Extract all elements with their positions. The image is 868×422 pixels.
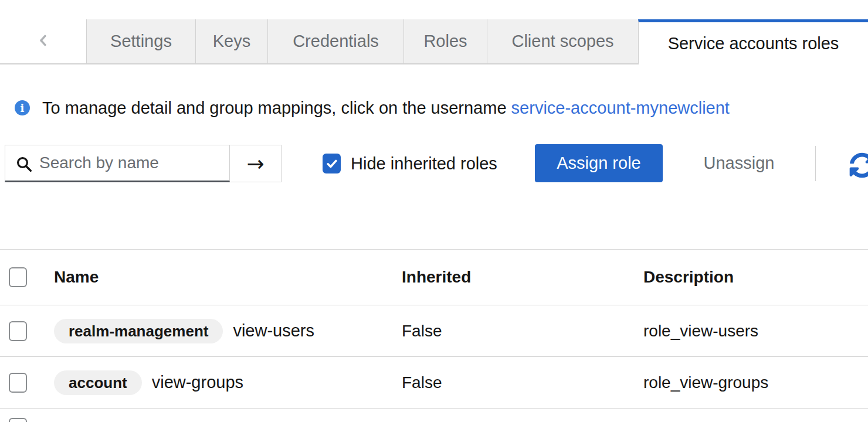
row-checkbox[interactable] <box>9 321 27 341</box>
client-badge: realm-management <box>54 319 223 343</box>
tab-client-scopes[interactable]: Client scopes <box>487 19 638 64</box>
sync-icon <box>849 152 868 178</box>
table-row: realm-management view-users False role_v… <box>0 305 868 357</box>
search-group: → <box>5 145 282 182</box>
tab-service-accounts-roles[interactable]: Service accounts roles <box>638 19 868 64</box>
client-tabs: Settings Keys Credentials Roles Client s… <box>0 19 868 64</box>
tabs-scroll-left-button[interactable] <box>0 19 86 64</box>
info-banner: i To manage detail and group mappings, c… <box>15 98 730 117</box>
table-row-partial <box>0 409 868 422</box>
column-header-name: Name <box>54 268 99 287</box>
table-row: account view-groups False role_view-grou… <box>0 357 868 409</box>
role-name-cell: account view-groups <box>54 370 243 395</box>
row-checkbox[interactable] <box>9 418 27 422</box>
info-circle-icon: i <box>15 100 30 115</box>
description-cell: role_view-groups <box>643 373 768 392</box>
assign-role-button[interactable]: Assign role <box>535 144 663 182</box>
hide-inherited-label: Hide inherited roles <box>351 154 497 173</box>
tab-keys[interactable]: Keys <box>195 19 267 64</box>
search-box <box>5 145 230 182</box>
angle-left-icon <box>35 32 52 51</box>
column-header-description: Description <box>643 268 734 287</box>
service-account-username-link[interactable]: service-account-mynewclient <box>511 98 730 117</box>
tab-label: Settings <box>110 32 172 51</box>
tab-settings[interactable]: Settings <box>86 19 195 64</box>
hide-inherited-group: Hide inherited roles <box>323 145 497 182</box>
info-banner-text: To manage detail and group mappings, cli… <box>42 98 730 118</box>
tab-label: Credentials <box>293 32 379 51</box>
inherited-cell: False <box>402 322 442 341</box>
description-cell: role_view-users <box>643 322 758 341</box>
tab-label: Roles <box>423 32 467 51</box>
role-name-cell: realm-management view-users <box>54 319 314 343</box>
tab-roles[interactable]: Roles <box>404 19 487 64</box>
search-submit-button[interactable]: → <box>230 145 282 182</box>
search-icon <box>15 155 33 173</box>
tab-credentials[interactable]: Credentials <box>267 19 404 64</box>
tab-label: Client scopes <box>511 32 613 51</box>
table-header-row: Name Inherited Description <box>0 250 868 305</box>
hide-inherited-checkbox[interactable] <box>323 154 341 173</box>
role-name: view-groups <box>152 373 243 392</box>
tab-label: Service accounts roles <box>668 34 839 53</box>
unassign-button[interactable]: Unassign <box>685 144 793 182</box>
search-input[interactable] <box>5 145 229 181</box>
column-header-inherited: Inherited <box>402 268 471 287</box>
roles-table: Name Inherited Description realm-managem… <box>0 249 868 422</box>
arrow-right-icon: → <box>246 152 264 176</box>
inherited-cell: False <box>402 373 442 392</box>
row-checkbox[interactable] <box>9 373 27 393</box>
check-icon <box>326 157 338 170</box>
info-banner-message: To manage detail and group mappings, cli… <box>42 98 507 117</box>
refresh-button[interactable] <box>849 152 868 178</box>
tab-label: Keys <box>213 32 250 51</box>
client-badge: account <box>54 370 142 395</box>
role-name: view-users <box>233 321 314 341</box>
toolbar-divider <box>815 146 816 181</box>
select-all-checkbox[interactable] <box>9 267 27 287</box>
